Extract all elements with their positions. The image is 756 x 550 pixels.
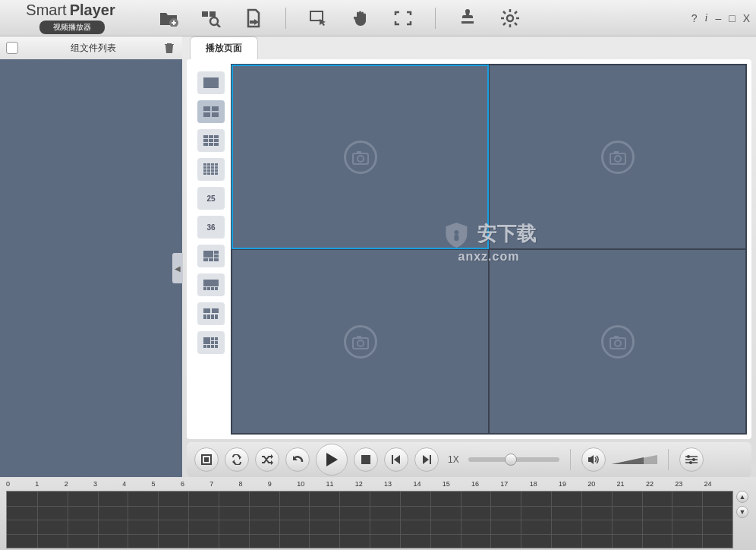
svg-rect-68	[203, 345, 206, 348]
video-cell-4[interactable]	[489, 249, 746, 434]
svg-rect-31	[207, 163, 210, 166]
svg-rect-83	[614, 336, 619, 339]
svg-rect-6	[461, 21, 474, 24]
svg-rect-54	[207, 287, 210, 290]
search-icon[interactable]	[200, 8, 222, 29]
svg-rect-2	[209, 11, 216, 17]
layout-custom-4[interactable]	[197, 331, 225, 354]
video-cell-1[interactable]	[232, 65, 489, 249]
hand-icon[interactable]	[350, 8, 371, 29]
collapse-handle[interactable]: ◀	[172, 253, 183, 283]
speed-label: 1X	[448, 454, 459, 465]
video-cell-3[interactable]	[232, 249, 489, 434]
layout-custom-2[interactable]	[197, 273, 225, 296]
svg-point-95	[692, 458, 695, 461]
layout-custom-3[interactable]	[197, 302, 225, 325]
timeline-ruler: 0123456789101112131415161718192021222324	[6, 480, 733, 491]
speed-slider[interactable]	[468, 457, 559, 462]
timeline-tick: 24	[704, 480, 733, 491]
camera-placeholder-icon	[344, 141, 377, 174]
fullscreen-icon[interactable]	[392, 8, 414, 29]
timeline-tick: 19	[559, 480, 587, 491]
volume-slider[interactable]	[612, 454, 657, 466]
undo-button[interactable]	[285, 447, 310, 472]
layout-16[interactable]	[197, 158, 225, 181]
layout-bar: 25 36	[191, 64, 231, 435]
layout-25[interactable]: 25	[197, 187, 225, 210]
minimize-button[interactable]: –	[715, 12, 721, 24]
svg-rect-50	[209, 258, 213, 261]
stamp-icon[interactable]	[457, 8, 478, 29]
svg-rect-24	[203, 139, 208, 142]
svg-point-82	[615, 340, 621, 346]
svg-rect-40	[211, 169, 214, 172]
svg-point-76	[615, 156, 621, 162]
svg-rect-48	[214, 254, 219, 258]
svg-rect-55	[211, 287, 214, 290]
play-button[interactable]	[316, 444, 348, 476]
select-all-checkbox[interactable]	[6, 42, 18, 54]
svg-rect-53	[203, 287, 206, 290]
settings-icon[interactable]	[499, 8, 521, 29]
svg-rect-46	[203, 251, 213, 258]
timeline-tick: 2	[65, 480, 93, 491]
svg-rect-45	[215, 172, 218, 175]
svg-rect-1	[202, 11, 208, 17]
svg-rect-33	[215, 163, 218, 166]
timeline-tick: 6	[181, 480, 209, 491]
folder-add-icon[interactable]	[158, 8, 179, 29]
stop-button[interactable]	[354, 447, 378, 472]
speed-thumb[interactable]	[505, 454, 517, 466]
equalizer-button[interactable]	[679, 447, 704, 472]
video-cell-2[interactable]	[489, 65, 746, 249]
window-controls: ? i – □ X	[691, 12, 750, 24]
timeline-tick: 13	[384, 480, 413, 491]
svg-rect-56	[215, 287, 218, 290]
timeline-up-button[interactable]: ▲	[736, 491, 748, 503]
center-panel: 播放页面 25 36	[182, 36, 756, 477]
layout-custom-1[interactable]	[197, 245, 225, 267]
layout-9[interactable]	[197, 129, 225, 152]
svg-rect-17	[203, 106, 210, 111]
timeline-tracks[interactable]	[6, 491, 733, 548]
export-icon[interactable]	[243, 8, 264, 29]
timeline-down-button[interactable]: ▼	[736, 506, 748, 518]
sidebar-title: 组文件列表	[24, 42, 162, 55]
svg-rect-64	[211, 337, 214, 340]
svg-rect-37	[215, 166, 218, 169]
main-toolbar	[158, 8, 521, 29]
camera-placeholder-icon	[344, 325, 377, 359]
help-button[interactable]: ?	[691, 12, 698, 24]
info-button[interactable]: i	[705, 12, 708, 24]
stop-all-button[interactable]	[194, 447, 219, 472]
layout-4[interactable]	[197, 100, 225, 123]
region-select-icon[interactable]	[307, 8, 329, 29]
timeline-tick: 20	[587, 480, 616, 491]
svg-rect-43	[207, 172, 210, 175]
svg-rect-29	[214, 143, 219, 146]
shuffle-button[interactable]	[255, 447, 279, 472]
svg-rect-87	[204, 457, 209, 462]
close-button[interactable]: X	[743, 12, 750, 24]
svg-rect-23	[214, 135, 219, 138]
svg-rect-18	[212, 106, 219, 111]
svg-rect-67	[215, 341, 218, 344]
camera-placeholder-icon	[601, 325, 635, 359]
svg-point-96	[689, 461, 692, 464]
timeline-tick: 18	[530, 480, 559, 491]
timeline-tick: 22	[646, 480, 675, 491]
maximize-button[interactable]: □	[729, 12, 735, 24]
svg-rect-32	[211, 163, 214, 166]
frame-back-button[interactable]	[384, 447, 408, 472]
svg-line-12	[503, 11, 506, 14]
svg-point-73	[358, 156, 364, 162]
svg-rect-51	[214, 258, 219, 261]
svg-rect-74	[357, 151, 361, 154]
layout-36[interactable]: 36	[197, 216, 225, 239]
layout-1[interactable]	[197, 71, 225, 94]
loop-button[interactable]	[225, 447, 249, 472]
tab-playback[interactable]: 播放页面	[190, 36, 258, 59]
delete-icon[interactable]	[162, 41, 176, 55]
volume-icon[interactable]	[581, 447, 606, 472]
frame-forward-button[interactable]	[414, 447, 439, 472]
